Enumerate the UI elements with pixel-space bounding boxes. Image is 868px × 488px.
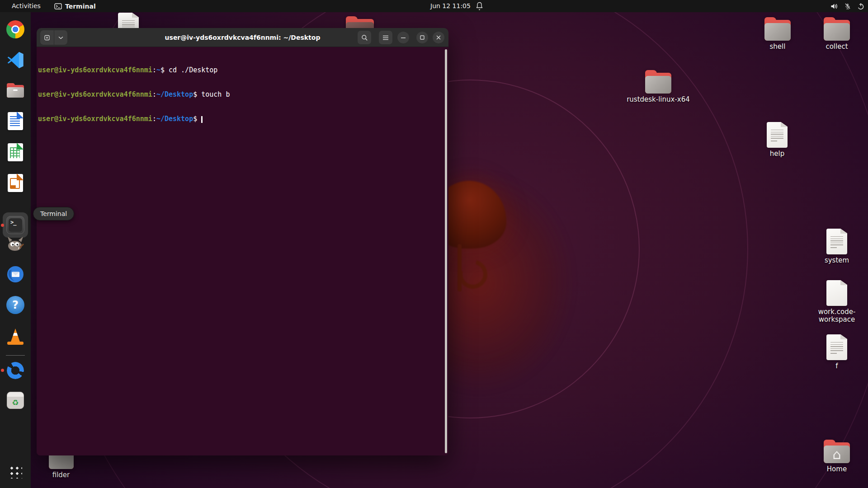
vscode-icon xyxy=(6,51,24,69)
terminal-line: user@iv-yds6oxrdvkcva4f6nnmi:~/Desktop$ … xyxy=(38,90,442,99)
clock[interactable]: Jun 12 11:05 xyxy=(430,0,471,12)
terminal-scrollbar[interactable] xyxy=(445,49,447,453)
minimize-icon xyxy=(401,37,406,38)
terminal-line: user@iv-yds6oxrdvkcva4f6nnmi:~$ cd ./Des… xyxy=(38,66,442,74)
folder-icon xyxy=(764,17,791,41)
dock-item-vlc[interactable] xyxy=(5,326,26,347)
files-icon xyxy=(7,83,24,98)
top-bar: Activities Terminal Jun 12 11:05 xyxy=(0,0,868,12)
desktop-icon-system[interactable]: system xyxy=(810,229,864,264)
document-icon xyxy=(767,122,788,148)
desktop-icon-label: help xyxy=(770,150,784,158)
dock-item-thunderbird[interactable] xyxy=(5,263,26,285)
desktop-icon-shell[interactable]: shell xyxy=(750,17,805,51)
power-icon xyxy=(857,3,864,10)
search-icon xyxy=(361,34,368,41)
dock: >_ ? ♻ xyxy=(0,12,31,488)
desktop-icon-label: f xyxy=(835,362,838,370)
gimp-icon xyxy=(6,235,24,253)
desktop-icon-home[interactable]: ⌂ Home xyxy=(810,440,864,473)
menu-button[interactable] xyxy=(379,31,392,44)
desktop-icon-help[interactable]: help xyxy=(750,122,804,158)
rustdesk-icon xyxy=(7,362,24,379)
dock-item-libreoffice-writer[interactable] xyxy=(5,110,26,132)
dock-item-vscode[interactable] xyxy=(5,49,26,70)
desktop-icon-label: work.code-workspace xyxy=(810,308,864,324)
dock-item-show-applications[interactable] xyxy=(5,461,26,483)
running-indicator-rustdesk xyxy=(1,369,4,372)
text-cursor xyxy=(201,116,203,123)
desktop-icon-work-code-workspace[interactable]: work.code-workspace xyxy=(810,280,864,324)
focused-app-indicator[interactable]: Terminal xyxy=(54,0,96,12)
dock-item-rustdesk[interactable] xyxy=(5,360,26,381)
app-grid-icon xyxy=(9,465,22,479)
libreoffice-impress-icon xyxy=(8,174,23,192)
libreoffice-writer-icon xyxy=(8,112,23,130)
running-indicator-terminal xyxy=(1,224,4,227)
maximize-icon xyxy=(420,35,425,40)
maximize-button[interactable] xyxy=(416,32,428,43)
desktop-icon-collect[interactable]: collect xyxy=(810,17,864,51)
dock-tooltip: Terminal xyxy=(33,207,74,221)
document-icon xyxy=(826,334,847,360)
new-tab-icon xyxy=(44,34,51,41)
chrome-icon xyxy=(6,20,24,38)
vlc-icon xyxy=(6,328,24,346)
desktop-icon-label: system xyxy=(825,257,849,264)
folder-icon xyxy=(645,70,671,94)
document-icon xyxy=(826,229,847,254)
minimize-button[interactable] xyxy=(397,32,409,43)
help-icon: ? xyxy=(6,296,24,314)
tab-list-dropdown-button[interactable] xyxy=(54,30,67,45)
desktop-icon-label: collect xyxy=(826,43,848,51)
dock-item-chrome[interactable] xyxy=(5,19,26,40)
close-icon xyxy=(436,35,441,40)
tab-controls xyxy=(40,30,67,45)
system-status-area[interactable] xyxy=(830,0,864,12)
terminal-text-area[interactable]: user@iv-yds6oxrdvkcva4f6nnmi:~$ cd ./Des… xyxy=(37,47,448,455)
folder-icon xyxy=(824,17,850,41)
trash-icon: ♻ xyxy=(7,392,24,409)
dock-item-trash[interactable]: ♻ xyxy=(5,389,26,411)
dock-separator xyxy=(6,355,25,356)
search-button[interactable] xyxy=(358,31,371,44)
desktop-icon-label: shell xyxy=(770,43,786,51)
dock-item-files[interactable] xyxy=(5,80,26,101)
house-icon: ⌂ xyxy=(824,446,850,463)
terminal-icon: >_ xyxy=(6,216,24,234)
desktop-icon-label: Home xyxy=(827,465,847,473)
microphone-muted-icon xyxy=(844,3,851,10)
libreoffice-calc-icon xyxy=(8,143,23,161)
terminal-small-icon xyxy=(54,3,62,9)
chevron-down-icon xyxy=(58,36,63,39)
hamburger-icon xyxy=(382,35,389,40)
desktop-icon-label: filder xyxy=(52,471,70,479)
notification-bell[interactable] xyxy=(476,1,483,12)
focused-app-label: Terminal xyxy=(65,3,96,10)
bell-icon xyxy=(476,1,483,11)
desktop-icon-label: rustdesk-linux-x64 xyxy=(627,96,690,103)
dock-item-libreoffice-impress[interactable] xyxy=(5,172,26,194)
new-tab-button[interactable] xyxy=(40,30,54,45)
terminal-window[interactable]: user@iv-yds6oxrdvkcva4f6nnmi: ~/Desktop … xyxy=(37,28,448,455)
dock-item-help[interactable]: ? xyxy=(5,294,26,316)
terminal-headerbar[interactable]: user@iv-yds6oxrdvkcva4f6nnmi: ~/Desktop xyxy=(37,28,448,47)
notification-dot xyxy=(479,9,480,10)
desktop-icon-rustdesk-linux-x64[interactable]: rustdesk-linux-x64 xyxy=(620,70,697,103)
dock-item-libreoffice-calc[interactable] xyxy=(5,141,26,163)
terminal-line-prompt: user@iv-yds6oxrdvkcva4f6nnmi:~/Desktop$ xyxy=(38,115,442,123)
document-icon xyxy=(826,280,847,306)
close-button[interactable] xyxy=(433,32,444,43)
thunderbird-icon xyxy=(6,265,24,283)
volume-icon xyxy=(830,3,838,10)
home-folder-icon: ⌂ xyxy=(824,440,850,463)
desktop-icon-f[interactable]: f xyxy=(810,334,864,370)
activities-button[interactable]: Activities xyxy=(8,0,44,12)
dock-item-gimp[interactable] xyxy=(5,233,26,254)
